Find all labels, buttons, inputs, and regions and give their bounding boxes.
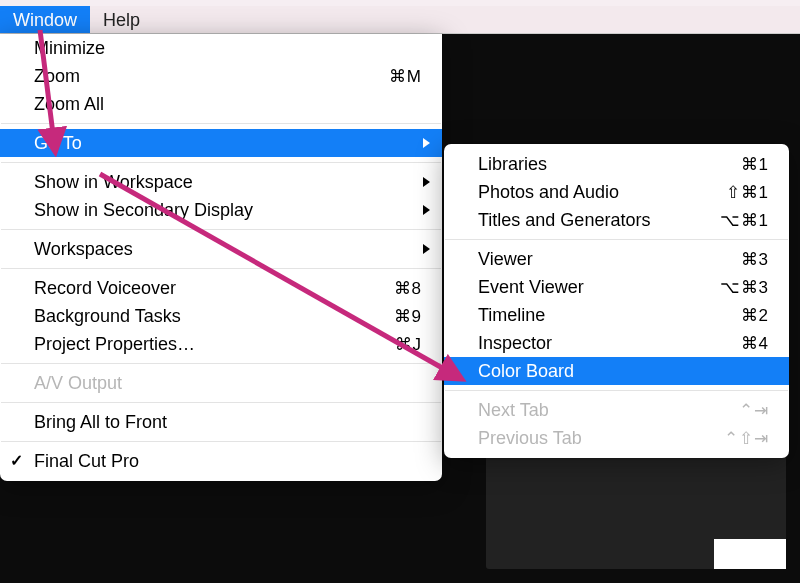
- menu-shortcut: ⌘M: [389, 66, 422, 87]
- menu-item-label: Photos and Audio: [478, 182, 686, 203]
- menu-item-libraries[interactable]: Libraries ⌘1: [444, 150, 789, 178]
- menu-item-label: Background Tasks: [34, 306, 354, 327]
- menu-item-event-viewer[interactable]: Event Viewer ⌥⌘3: [444, 273, 789, 301]
- menu-shortcut: ⌥⌘1: [720, 210, 769, 231]
- menu-shortcut: ⌘9: [394, 306, 422, 327]
- submenu-arrow-icon: [423, 205, 430, 215]
- menu-item-label: Show in Workspace: [34, 172, 422, 193]
- menu-item-next-tab: Next Tab ⌃⇥: [444, 396, 789, 424]
- menu-item-label: Timeline: [478, 305, 701, 326]
- menu-item-label: Workspaces: [34, 239, 422, 260]
- menu-item-go-to[interactable]: Go To: [0, 129, 442, 157]
- menu-item-background-tasks[interactable]: Background Tasks ⌘9: [0, 302, 442, 330]
- menubar-item-window[interactable]: Window: [0, 6, 90, 33]
- menu-item-label: Color Board: [478, 361, 769, 382]
- menu-shortcut: ⌘3: [741, 249, 769, 270]
- menubar: Window Help: [0, 6, 800, 34]
- menu-item-zoom[interactable]: Zoom ⌘M: [0, 62, 442, 90]
- menu-item-record-voiceover[interactable]: Record Voiceover ⌘8: [0, 274, 442, 302]
- menu-shortcut: ⌘8: [394, 278, 422, 299]
- menu-item-label: Zoom All: [34, 94, 422, 115]
- menu-item-minimize[interactable]: Minimize: [0, 34, 442, 62]
- app-panel-light: [714, 539, 786, 569]
- menu-shortcut: ⌃⇥: [739, 400, 769, 421]
- menu-item-label: Libraries: [478, 154, 701, 175]
- menu-item-label: Bring All to Front: [34, 412, 422, 433]
- menu-item-label: Zoom: [34, 66, 349, 87]
- menu-item-label: Go To: [34, 133, 422, 154]
- submenu-arrow-icon: [423, 138, 430, 148]
- menu-item-workspaces[interactable]: Workspaces: [0, 235, 442, 263]
- menu-item-label: A/V Output: [34, 373, 422, 394]
- menu-item-color-board[interactable]: Color Board: [444, 357, 789, 385]
- menu-separator: [1, 363, 441, 364]
- menu-item-label: Titles and Generators: [478, 210, 680, 231]
- menu-separator: [445, 239, 788, 240]
- window-menu: Minimize Zoom ⌘M Zoom All Go To Show in …: [0, 34, 442, 481]
- menu-item-titles-and-generators[interactable]: Titles and Generators ⌥⌘1: [444, 206, 789, 234]
- menu-item-bring-all-to-front[interactable]: Bring All to Front: [0, 408, 442, 436]
- menu-shortcut: ⌥⌘3: [720, 277, 769, 298]
- menu-item-label: Viewer: [478, 249, 701, 270]
- menu-separator: [1, 123, 441, 124]
- menu-item-label: Show in Secondary Display: [34, 200, 422, 221]
- menu-shortcut: ⌘4: [741, 333, 769, 354]
- menubar-item-help[interactable]: Help: [90, 6, 153, 33]
- submenu-arrow-icon: [423, 177, 430, 187]
- menu-item-show-in-workspace[interactable]: Show in Workspace: [0, 168, 442, 196]
- menu-item-label: Next Tab: [478, 400, 699, 421]
- menu-shortcut: ⌃⇧⇥: [724, 428, 769, 449]
- menu-item-inspector[interactable]: Inspector ⌘4: [444, 329, 789, 357]
- menu-item-label: Final Cut Pro: [34, 451, 422, 472]
- menu-item-label: Inspector: [478, 333, 701, 354]
- menu-separator: [1, 402, 441, 403]
- menu-separator: [1, 229, 441, 230]
- menu-item-final-cut-pro[interactable]: ✓ Final Cut Pro: [0, 447, 442, 475]
- menu-item-label: Record Voiceover: [34, 278, 354, 299]
- submenu-arrow-icon: [423, 244, 430, 254]
- menu-item-label: Minimize: [34, 38, 422, 59]
- menu-separator: [445, 390, 788, 391]
- menu-item-label: Event Viewer: [478, 277, 680, 298]
- menu-item-zoom-all[interactable]: Zoom All: [0, 90, 442, 118]
- menu-item-label: Previous Tab: [478, 428, 684, 449]
- goto-submenu: Libraries ⌘1 Photos and Audio ⇧⌘1 Titles…: [444, 144, 789, 458]
- menu-item-av-output: A/V Output: [0, 369, 442, 397]
- menu-separator: [1, 268, 441, 269]
- menu-separator: [1, 441, 441, 442]
- menu-shortcut: ⇧⌘1: [726, 182, 769, 203]
- menu-separator: [1, 162, 441, 163]
- menu-item-photos-and-audio[interactable]: Photos and Audio ⇧⌘1: [444, 178, 789, 206]
- menu-shortcut: ⌘1: [741, 154, 769, 175]
- menu-item-previous-tab: Previous Tab ⌃⇧⇥: [444, 424, 789, 452]
- menu-item-show-in-secondary-display[interactable]: Show in Secondary Display: [0, 196, 442, 224]
- menu-shortcut: ⌘2: [741, 305, 769, 326]
- menu-item-label: Project Properties…: [34, 334, 355, 355]
- menu-shortcut: ⌘J: [395, 334, 423, 355]
- menu-item-viewer[interactable]: Viewer ⌘3: [444, 245, 789, 273]
- checkmark-icon: ✓: [10, 451, 23, 470]
- menu-item-timeline[interactable]: Timeline ⌘2: [444, 301, 789, 329]
- menu-item-project-properties[interactable]: Project Properties… ⌘J: [0, 330, 442, 358]
